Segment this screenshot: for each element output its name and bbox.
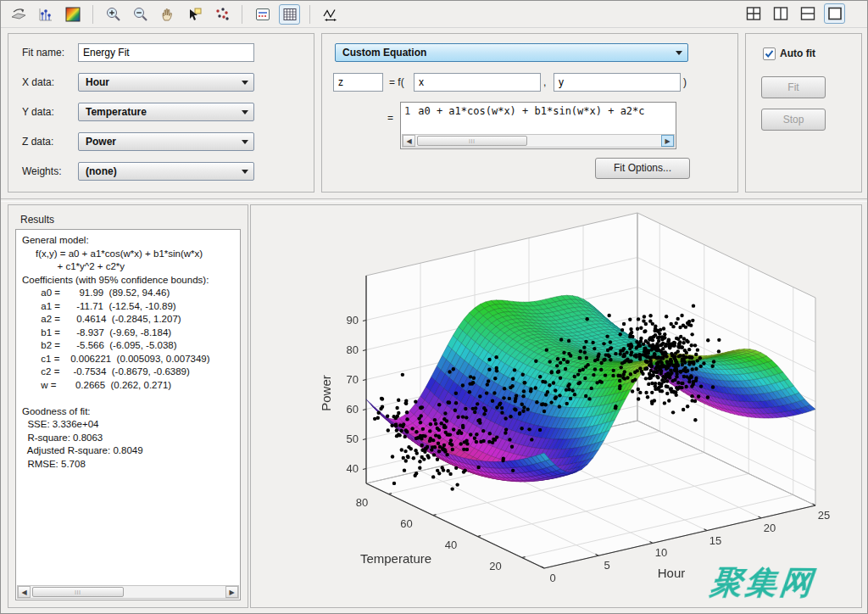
stem-plot-button[interactable] — [35, 4, 56, 25]
x-variable-input[interactable] — [414, 73, 541, 92]
y-variable-input[interactable] — [554, 73, 681, 92]
dependent-variable-input[interactable] — [333, 73, 383, 92]
scroll-right-arrow-icon[interactable]: ▶ — [661, 135, 674, 147]
rotate-3d-button[interactable] — [8, 4, 29, 25]
layout-single-pane-button[interactable] — [824, 3, 845, 24]
chevron-down-icon — [242, 110, 248, 114]
equation-code: 1a0 + a1*cos(w*x) + b1*sin(w*x) + a2*c — [404, 105, 674, 117]
fit-name-label: Fit name: — [22, 47, 64, 59]
rotate-3d-icon — [10, 6, 27, 23]
toolbar-left-group — [8, 4, 341, 25]
fit-settings-panel: Fit name: X data: Hour Y data: Temperatu… — [8, 33, 314, 193]
toolbar — [1, 1, 867, 28]
results-hscrollbar[interactable]: ◀ ||| ▶ — [17, 585, 239, 599]
chevron-down-icon — [242, 170, 248, 174]
scrollbar-thumb[interactable]: ||| — [32, 587, 124, 597]
stop-button[interactable]: Stop — [761, 109, 826, 131]
results-text: General model: f(x,y) = a0 + a1*cos(w*x)… — [22, 234, 210, 471]
colormap-button[interactable] — [62, 4, 83, 25]
legend-icon — [254, 6, 271, 23]
toolbar-separator — [309, 5, 310, 24]
fit-control-panel: Auto fit Fit Stop — [745, 33, 862, 193]
layout-two-rows-icon — [799, 5, 816, 22]
colormap-icon — [64, 6, 81, 23]
toolbar-separator — [242, 5, 242, 24]
layout-two-columns-icon — [772, 5, 789, 22]
x-data-label: X data: — [22, 76, 54, 88]
y-data-label: Y data: — [22, 106, 54, 118]
toolbar-layout-group — [743, 3, 845, 24]
equals-f-label: = f( — [389, 76, 404, 88]
adjust-axes-limits-button[interactable] — [320, 4, 341, 25]
equation-text: a0 + a1*cos(w*x) + b1*sin(w*x) + a2*c — [418, 105, 644, 117]
y-data-dropdown[interactable]: Temperature — [78, 103, 254, 121]
toolbar-separator — [92, 5, 93, 24]
layout-single-pane-icon — [826, 5, 843, 22]
chevron-down-icon — [242, 140, 248, 144]
equation-panel: Custom Equation = f( , ) = 1a0 + a1*cos(… — [321, 33, 738, 193]
data-cursor-button[interactable] — [184, 4, 205, 25]
exclude-outliers-icon — [214, 6, 231, 23]
z-data-label: Z data: — [22, 136, 53, 148]
pan-hand-icon — [159, 6, 176, 23]
layout-two-columns-button[interactable] — [770, 3, 791, 24]
x-data-dropdown[interactable]: Hour — [78, 73, 254, 92]
pan-button[interactable] — [157, 4, 178, 25]
layout-grid-2x2-button[interactable] — [743, 3, 764, 24]
fit-options-button[interactable]: Fit Options... — [595, 158, 690, 179]
zoom-in-button[interactable] — [103, 4, 124, 25]
fit-type-dropdown[interactable]: Custom Equation — [335, 43, 688, 62]
fit-name-input[interactable] — [78, 43, 254, 62]
scroll-right-arrow-icon[interactable]: ▶ — [225, 586, 238, 598]
zoom-in-icon — [105, 6, 122, 23]
scrollbar-thumb[interactable]: ||| — [417, 136, 527, 146]
auto-fit-checkbox[interactable] — [763, 47, 776, 60]
results-panel: Results General model: f(x,y) = a0 + a1*… — [8, 204, 248, 608]
results-box: General model: f(x,y) = a0 + a1*cos(w*x)… — [15, 229, 241, 600]
line-number: 1 — [404, 105, 410, 117]
curve-fitting-tool-window: Fit name: X data: Hour Y data: Temperatu… — [0, 0, 868, 614]
scroll-left-arrow-icon[interactable]: ◀ — [403, 135, 415, 147]
watermark: 聚集网 — [708, 561, 816, 605]
equals-label: = — [387, 112, 393, 124]
legend-toggle-button[interactable] — [252, 4, 273, 25]
zoom-out-button[interactable] — [130, 4, 151, 25]
scroll-left-arrow-icon[interactable]: ◀ — [18, 586, 31, 598]
plot-panel: 聚集网 — [250, 204, 862, 608]
equation-hscrollbar[interactable]: ◀ ||| ▶ — [402, 134, 675, 148]
layout-two-rows-button[interactable] — [797, 3, 818, 24]
grid-toggle-button[interactable] — [279, 4, 300, 25]
weights-dropdown[interactable]: (none) — [78, 162, 254, 181]
adjust-axes-limits-icon — [321, 6, 340, 23]
zoom-out-icon — [132, 6, 149, 23]
horizontal-divider — [1, 198, 867, 202]
check-icon — [764, 48, 775, 59]
close-paren-label: ) — [683, 76, 687, 88]
custom-equation-editor[interactable]: 1a0 + a1*cos(w*x) + b1*sin(w*x) + a2*c ◀… — [400, 102, 676, 149]
auto-fit-label: Auto fit — [780, 47, 815, 59]
stem-plot-icon — [37, 6, 54, 23]
fit-button[interactable]: Fit — [761, 76, 826, 98]
chevron-down-icon — [676, 51, 682, 55]
z-data-dropdown[interactable]: Power — [78, 132, 254, 151]
surface-plot-canvas[interactable] — [251, 205, 861, 607]
comma-label: , — [543, 76, 546, 88]
results-title: Results — [20, 214, 54, 226]
data-cursor-icon — [186, 6, 203, 23]
exclude-outliers-button[interactable] — [211, 4, 232, 25]
chevron-down-icon — [242, 81, 248, 85]
weights-label: Weights: — [22, 165, 61, 177]
layout-grid-2x2-icon — [745, 5, 762, 22]
grid-icon — [281, 6, 298, 23]
